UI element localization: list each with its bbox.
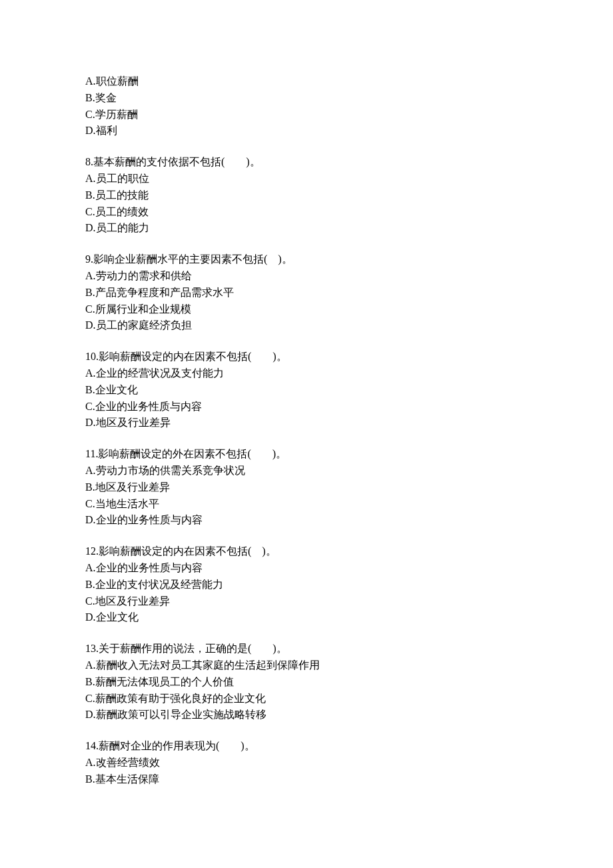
option-line: B.薪酬无法体现员工的个人价值 [85,674,528,691]
orphan-options: A.职位薪酬 B.奖金 C.学历薪酬 D.福利 [85,73,528,139]
option-line: B.员工的技能 [85,187,528,204]
question-8: 8.基本薪酬的支付依据不包括( )。 A.员工的职位 B.员工的技能 C.员工的… [85,154,528,237]
question-10: 10.影响薪酬设定的内在因素不包括( )。 A.企业的经营状况及支付能力 B.企… [85,349,528,431]
option-line: B.基本生活保障 [85,771,528,788]
option-line: C.薪酬政策有助于强化良好的企业文化 [85,691,528,707]
option-line: B.奖金 [85,90,528,107]
question-stem: 9.影响企业薪酬水平的主要因素不包括( )。 [85,251,528,268]
question-stem: 11.影响薪酬设定的外在因素不包括( )。 [85,446,528,463]
question-11: 11.影响薪酬设定的外在因素不包括( )。 A.劳动力市场的供需关系竞争状况 B… [85,446,528,529]
option-line: C.地区及行业差异 [85,593,528,610]
option-line: A.职位薪酬 [85,73,528,90]
option-line: C.所属行业和企业规模 [85,301,528,318]
option-line: D.企业文化 [85,609,528,626]
option-line: B.企业的支付状况及经营能力 [85,577,528,593]
option-line: A.薪酬收入无法对员工其家庭的生活起到保障作用 [85,657,528,674]
question-stem: 14.薪酬对企业的作用表现为( )。 [85,738,528,755]
option-line: A.企业的业务性质与内容 [85,560,528,577]
question-stem: 12.影响薪酬设定的内在因素不包括( )。 [85,543,528,560]
option-line: B.地区及行业差异 [85,479,528,496]
option-line: A.劳动力的需求和供给 [85,268,528,285]
option-line: C.学历薪酬 [85,107,528,123]
option-line: D.企业的业务性质与内容 [85,512,528,529]
option-line: D.福利 [85,123,528,139]
option-line: D.员工的能力 [85,220,528,237]
question-13: 13.关于薪酬作用的说法，正确的是( )。 A.薪酬收入无法对员工其家庭的生活起… [85,641,528,723]
question-stem: 10.影响薪酬设定的内在因素不包括( )。 [85,349,528,365]
option-line: C.当地生活水平 [85,496,528,513]
option-line: D.员工的家庭经济负担 [85,317,528,334]
option-line: D.地区及行业差异 [85,415,528,431]
question-12: 12.影响薪酬设定的内在因素不包括( )。 A.企业的业务性质与内容 B.企业的… [85,543,528,626]
option-line: A.改善经营绩效 [85,755,528,771]
option-line: B.产品竞争程度和产品需求水平 [85,285,528,301]
option-line: C.企业的业务性质与内容 [85,399,528,415]
question-14: 14.薪酬对企业的作用表现为( )。 A.改善经营绩效 B.基本生活保障 [85,738,528,787]
question-stem: 8.基本薪酬的支付依据不包括( )。 [85,154,528,171]
option-line: A.企业的经营状况及支付能力 [85,365,528,382]
question-stem: 13.关于薪酬作用的说法，正确的是( )。 [85,641,528,657]
option-line: B.企业文化 [85,382,528,399]
question-9: 9.影响企业薪酬水平的主要因素不包括( )。 A.劳动力的需求和供给 B.产品竞… [85,251,528,334]
option-line: A.劳动力市场的供需关系竞争状况 [85,463,528,479]
option-line: D.薪酬政策可以引导企业实施战略转移 [85,707,528,723]
option-line: A.员工的职位 [85,171,528,187]
option-line: C.员工的绩效 [85,204,528,221]
exam-page: A.职位薪酬 B.奖金 C.学历薪酬 D.福利 8.基本薪酬的支付依据不包括( … [0,0,613,847]
